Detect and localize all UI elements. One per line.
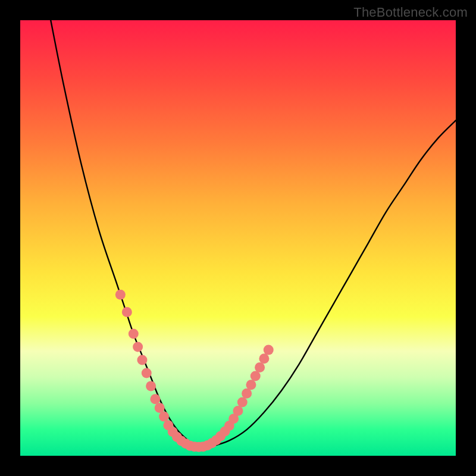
marker-point: [129, 329, 139, 339]
marker-point: [122, 307, 132, 317]
marker-point: [155, 403, 165, 413]
marker-point: [237, 397, 248, 407]
marker-point: [142, 368, 152, 378]
marker-point: [246, 380, 256, 390]
marker-point: [233, 406, 243, 416]
marker-point: [250, 371, 261, 381]
marker-point: [115, 290, 126, 300]
marker-point: [133, 342, 143, 352]
marker-point: [259, 353, 269, 364]
marker-point: [150, 394, 160, 404]
marker-point: [137, 355, 147, 365]
watermark-text: TheBottleneck.com: [353, 5, 468, 20]
marker-point: [264, 345, 274, 355]
marker-point: [242, 389, 252, 399]
marker-point: [159, 412, 169, 422]
marker-point: [255, 362, 265, 372]
chart-area: [20, 20, 456, 456]
marker-point: [146, 381, 156, 391]
chart-svg: [20, 20, 456, 456]
